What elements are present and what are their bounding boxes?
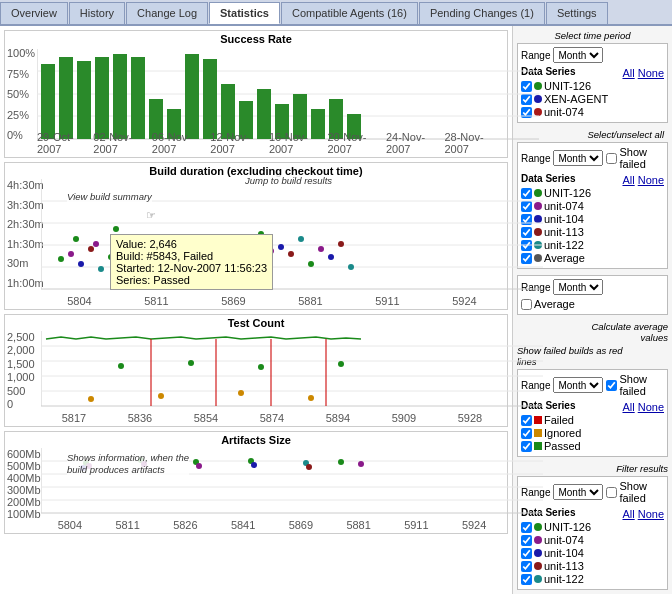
af-all-none: All None xyxy=(622,508,664,520)
svg-point-82 xyxy=(338,361,344,367)
sr-range-select[interactable]: MonthWeekYear xyxy=(553,47,603,63)
svg-text:☞: ☞ xyxy=(146,209,156,221)
tc-chart-svg xyxy=(41,331,543,409)
sr-sidebar-block: Range MonthWeekYear Data Series All None… xyxy=(517,43,668,123)
tc-cb-ignored[interactable] xyxy=(521,428,532,439)
bd-all-link[interactable]: All xyxy=(622,174,634,186)
af-yaxis: 600Mb500Mb400Mb300Mb200Mb100Mb xyxy=(7,448,41,517)
svg-rect-8 xyxy=(95,57,109,139)
af-cb-u113[interactable] xyxy=(521,561,532,572)
annotation-view-build: View build summary xyxy=(67,191,152,203)
tab-history[interactable]: History xyxy=(69,2,125,24)
svg-rect-13 xyxy=(185,54,199,139)
tab-settings[interactable]: Settings xyxy=(546,2,608,24)
svg-point-32 xyxy=(88,246,94,252)
af-cb-u126[interactable] xyxy=(521,522,532,533)
tooltip-started: Started: 12-Nov-2007 11:56:23 xyxy=(116,262,267,274)
af-cb-u074[interactable] xyxy=(521,535,532,546)
af-cb-u104[interactable] xyxy=(521,548,532,559)
svg-point-95 xyxy=(196,463,202,469)
af-label-u122: unit-122 xyxy=(544,573,584,585)
tab-bar: Overview History Change Log Statistics C… xyxy=(0,0,672,26)
svg-rect-10 xyxy=(131,57,145,139)
svg-point-29 xyxy=(58,256,64,262)
tooltip-build: Build: #5843, Failed xyxy=(116,250,267,262)
avg-label: Average xyxy=(534,298,575,310)
sr-yaxis: 100%75%50%25%0% xyxy=(7,47,35,141)
svg-point-80 xyxy=(188,360,194,366)
sr-series-xen: XEN-AGENT xyxy=(521,93,664,105)
build-duration-section: Build duration (excluding checkout time)… xyxy=(4,162,508,310)
af-range-select[interactable]: MonthWeekYear xyxy=(553,484,603,500)
svg-point-100 xyxy=(338,459,344,465)
bd-all-none: All None xyxy=(622,174,664,186)
af-show-failed-cb[interactable] xyxy=(606,487,617,498)
af-xaxis: 58045811582658415869588159115924 xyxy=(41,519,503,531)
charts-area: Success Rate 100%75%50%25%0% xyxy=(0,26,512,594)
af-none-link[interactable]: None xyxy=(638,508,664,520)
svg-point-61 xyxy=(328,254,334,260)
svg-point-79 xyxy=(118,363,124,369)
bd-range-row: Range MonthWeekYear Show failed xyxy=(521,146,664,170)
sr-series-unit126: UNIT-126 xyxy=(521,80,664,92)
artifacts-section: Artifacts Size Shows information, when t… xyxy=(4,431,508,534)
svg-point-99 xyxy=(306,464,312,470)
svg-point-77 xyxy=(238,390,244,396)
tc-none-link[interactable]: None xyxy=(638,401,664,413)
tab-compatible-agents[interactable]: Compatible Agents (16) xyxy=(281,2,418,24)
bd-show-failed-label: Show failed xyxy=(619,146,664,170)
svg-point-101 xyxy=(358,461,364,467)
test-count-section: Test Count 2,5002,0001,5001,0005000 xyxy=(4,314,508,427)
bd-label-u104: unit-104 xyxy=(544,213,584,225)
main-content: Success Rate 100%75%50%25%0% xyxy=(0,26,672,594)
svg-point-58 xyxy=(298,236,304,242)
af-series-list: UNIT-126 unit-074 unit-104 unit-113 unit… xyxy=(521,520,664,586)
bd-xaxis: 580458115869588159115924 xyxy=(41,295,503,307)
tooltip-series: Series: Passed xyxy=(116,274,267,286)
sr-chart-svg xyxy=(37,49,539,144)
sr-all-none: All None xyxy=(622,67,664,79)
bd-label-u122: unit-122 xyxy=(544,239,584,251)
tab-pending-changes[interactable]: Pending Changes (1) xyxy=(419,2,545,24)
tc-range-select[interactable]: MonthWeekYear xyxy=(553,377,603,393)
tc-series-list: Failed Ignored Passed xyxy=(521,413,664,453)
sr-none-link[interactable]: None xyxy=(638,67,664,79)
success-rate-title: Success Rate xyxy=(5,31,507,47)
sr-series-list: UNIT-126 XEN-AGENT unit-074 xyxy=(521,79,664,119)
avg-cb[interactable] xyxy=(521,299,532,310)
tc-show-failed-cb[interactable] xyxy=(606,380,617,391)
sr-range-row: Range MonthWeekYear xyxy=(521,47,664,63)
tc-all-link[interactable]: All xyxy=(622,401,634,413)
bd-label-avg: Average xyxy=(544,252,585,264)
avg-range-select[interactable]: MonthWeekYear xyxy=(553,279,603,295)
annotation-jump-to: Jump to build results xyxy=(245,175,332,187)
bd-range-select[interactable]: MonthWeekYear xyxy=(553,150,603,166)
bd-none-link[interactable]: None xyxy=(638,174,664,186)
sr-series-header: Data Series All None xyxy=(521,66,664,79)
tab-statistics[interactable]: Statistics xyxy=(209,2,280,24)
sr-all-link[interactable]: All xyxy=(622,67,634,79)
af-show-failed-row: Show failed xyxy=(606,480,664,504)
svg-point-62 xyxy=(338,241,344,247)
tc-label-failed: Failed xyxy=(544,414,574,426)
af-label-u104: unit-104 xyxy=(544,547,584,559)
svg-point-35 xyxy=(93,241,99,247)
af-cb-u122[interactable] xyxy=(521,574,532,585)
annotation-select-unselect: Select/unselect all xyxy=(517,129,664,140)
tab-changelog[interactable]: Change Log xyxy=(126,2,208,24)
tc-cb-failed[interactable] xyxy=(521,415,532,426)
svg-point-81 xyxy=(258,364,264,370)
test-count-title: Test Count xyxy=(5,315,507,331)
bd-show-failed-cb[interactable] xyxy=(606,153,617,164)
bd-yaxis: 4h:30m3h:30m2h:30m1h:30m30m1h:00m xyxy=(7,179,44,289)
bd-range-label: Range xyxy=(521,153,550,164)
bd-show-failed-row: Show failed xyxy=(606,146,664,170)
annotation-select-time: Select time period xyxy=(517,30,668,41)
bd-label-u126: UNIT-126 xyxy=(544,187,591,199)
af-all-link[interactable]: All xyxy=(622,508,634,520)
svg-point-63 xyxy=(348,264,354,270)
tab-overview[interactable]: Overview xyxy=(0,2,68,24)
tc-xaxis: 5817583658545874589459095928 xyxy=(41,412,503,424)
af-label-u126: UNIT-126 xyxy=(544,521,591,533)
success-rate-section: Success Rate 100%75%50%25%0% xyxy=(4,30,508,158)
